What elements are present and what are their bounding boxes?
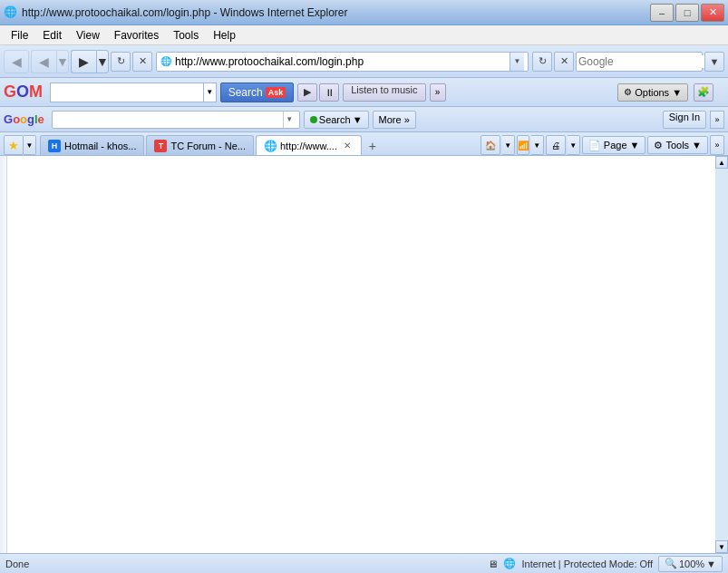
search-label: Search [228, 86, 263, 99]
menu-edit[interactable]: Edit [35, 27, 69, 44]
back-button[interactable]: ◀ [4, 50, 29, 73]
google-search-dropdown-icon: ▼ [353, 114, 363, 125]
main-content [7, 156, 715, 553]
tab-home-button[interactable]: 🏠 [480, 135, 500, 155]
google-signin-button[interactable]: Sign In [663, 111, 706, 129]
tools-label: Tools [665, 140, 689, 151]
status-icon: 🖥 [488, 558, 498, 569]
google-toolbar: G o o g l e ▼ Search ▼ More » Sign In » [0, 107, 728, 132]
tab-current[interactable]: 🌐 http://www.... ✕ [256, 135, 362, 155]
zoom-icon: 🔍 [665, 558, 677, 569]
home-dropdown[interactable]: ▼ [502, 135, 515, 155]
content-wrapper: ▲ ▼ [0, 156, 728, 553]
google-search-input[interactable] [56, 113, 283, 126]
print-dropdown[interactable]: ▼ [568, 135, 580, 155]
scroll-down-button[interactable]: ▼ [715, 540, 728, 553]
options-button[interactable]: ⚙ Options ▼ [617, 83, 688, 102]
tab-current-favicon: 🌐 [264, 140, 277, 152]
back-dropdown[interactable]: ▼ [56, 50, 69, 73]
page-icon: 📄 [588, 140, 601, 151]
media-overflow-button[interactable]: » [430, 83, 446, 102]
address-bar: 🌐 ▼ [156, 52, 529, 72]
google-search-label: Search [319, 114, 351, 125]
tab-current-label: http://www.... [280, 141, 337, 151]
search-button[interactable]: Search Ask [220, 83, 295, 102]
tab-hotmail-label: Hotmail - khos... [64, 141, 136, 151]
options-icon: ⚙ [624, 87, 632, 97]
scroll-up-button[interactable]: ▲ [715, 156, 728, 169]
address-input[interactable] [175, 55, 510, 68]
internet-status: 🌐 [503, 558, 516, 569]
google-search-bar: ▼ [52, 111, 300, 129]
browser-window: 🌐 http://www.protoochaikal.com/login.php… [0, 0, 728, 573]
zoom-dropdown-icon: ▼ [706, 558, 716, 569]
green-status-dot [310, 116, 317, 123]
title-bar-text: http://www.protoochaikal.com/login.php -… [22, 6, 650, 19]
browser-icon: 🌐 [4, 5, 18, 20]
menu-tools[interactable]: Tools [166, 27, 206, 44]
refresh-button-2[interactable]: ↻ [532, 52, 552, 72]
menu-bar: File Edit View Favorites Tools Help [0, 25, 728, 45]
toolbar-overflow-right[interactable]: » [710, 135, 724, 155]
rss-dropdown[interactable]: ▼ [531, 135, 544, 155]
back-main[interactable]: ◀ [31, 50, 56, 73]
zoom-button[interactable]: 🔍 100% ▼ [658, 556, 723, 572]
media-controls: ▶ ⏸ [297, 83, 339, 102]
protected-mode-label: Internet | Protected Mode: Off [521, 558, 653, 569]
rss-button[interactable]: 📶 [517, 135, 529, 155]
gom-search-input[interactable] [51, 83, 203, 102]
tab-current-close[interactable]: ✕ [341, 140, 354, 152]
menu-view[interactable]: View [69, 27, 107, 44]
tab-tc-forum-favicon: T [154, 140, 167, 152]
minimize-button[interactable]: – [650, 4, 674, 22]
google-search-dropdown[interactable]: ▼ [283, 112, 296, 128]
play-button[interactable]: ▶ [297, 83, 317, 102]
status-bar: Done 🖥 🌐 Internet | Protected Mode: Off … [0, 553, 728, 573]
title-bar-buttons: – □ ✕ [650, 4, 724, 22]
new-tab-button[interactable]: + [364, 137, 382, 155]
tab-hotmail-favicon: H [48, 140, 61, 152]
addon-button[interactable]: 🧩 [694, 83, 713, 102]
forward-main[interactable]: ▶ [71, 50, 96, 73]
menu-favorites[interactable]: Favorites [107, 27, 166, 44]
title-bar: 🌐 http://www.protoochaikal.com/login.php… [0, 0, 728, 25]
tools-icon: ⚙ [654, 140, 663, 151]
ask-badge: Ask [266, 87, 286, 98]
menu-help[interactable]: Help [206, 27, 243, 44]
tab-bar-right-buttons: 🏠 ▼ 📶 ▼ 🖨 ▼ 📄 Page ▼ ⚙ Tools ▼ » [480, 135, 724, 155]
tab-tc-forum[interactable]: T TC Forum - Ne... [146, 135, 254, 155]
gom-search-dropdown[interactable]: ▼ [203, 83, 216, 102]
refresh-button[interactable]: ↻ [111, 52, 131, 72]
page-button[interactable]: 📄 Page ▼ [582, 136, 646, 154]
maximize-button[interactable]: □ [675, 4, 699, 22]
page-dropdown-icon: ▼ [630, 140, 640, 151]
nav-search-input[interactable] [578, 55, 714, 68]
listen-to-music-button[interactable]: Listen to music [343, 83, 425, 102]
stop-media-button[interactable]: ⏸ [319, 83, 339, 102]
stop-button-2[interactable]: ✕ [554, 52, 574, 72]
google-logo: G o o g l e [4, 112, 44, 126]
tools-button[interactable]: ⚙ Tools ▼ [647, 136, 708, 154]
scroll-track[interactable] [715, 169, 728, 540]
options-dropdown-icon: ▼ [672, 87, 682, 98]
forward-dropdown[interactable]: ▼ [96, 50, 109, 73]
google-toolbar-overflow[interactable]: » [710, 111, 724, 129]
add-to-favorites-button[interactable]: ★ [4, 135, 24, 155]
close-button[interactable]: ✕ [701, 4, 724, 22]
page-label: Page [604, 140, 627, 151]
tab-hotmail[interactable]: H Hotmail - khos... [40, 135, 144, 155]
stop-button[interactable]: ✕ [132, 52, 152, 72]
menu-file[interactable]: File [4, 27, 35, 44]
address-dropdown[interactable]: ▼ [510, 53, 524, 71]
google-search-go-button[interactable]: Search ▼ [304, 111, 369, 129]
tools-dropdown-icon: ▼ [692, 140, 702, 151]
search-options[interactable]: ▼ [704, 52, 724, 72]
google-more-button[interactable]: More » [373, 111, 416, 129]
favorites-dropdown[interactable]: ▼ [24, 135, 36, 155]
favorites-button-area: ★ ▼ [4, 135, 36, 155]
print-button[interactable]: 🖨 [546, 135, 566, 155]
nav-search-bar: 🔍 [576, 52, 703, 72]
gom-toolbar: GOM ▼ Search Ask ▶ ⏸ Listen to music » ⚙… [0, 78, 728, 107]
tabs-bar: ★ ▼ H Hotmail - khos... T TC Forum - Ne.… [0, 132, 728, 156]
left-sidebar [0, 156, 7, 553]
